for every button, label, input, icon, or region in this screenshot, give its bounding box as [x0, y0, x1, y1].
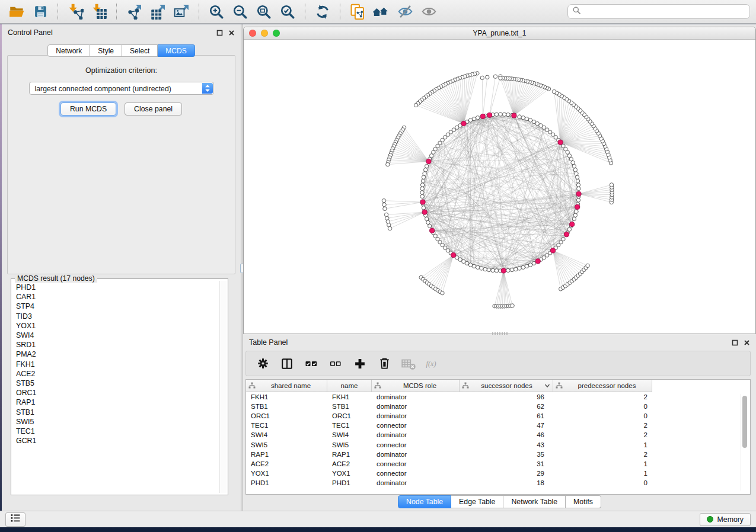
eye-slash-icon[interactable] — [394, 3, 416, 21]
table-row[interactable]: SWI5SWI5connector431 — [246, 440, 750, 449]
criterion-dropdown[interactable]: largest connected component (undirected) — [29, 82, 214, 95]
mcds-result-item[interactable]: GCR1 — [16, 436, 227, 446]
table-row[interactable]: SWI4SWI4dominator462 — [246, 430, 750, 440]
run-mcds-button[interactable]: Run MCDS — [60, 102, 116, 116]
duplicate-network-icon[interactable] — [347, 3, 368, 21]
table-row[interactable]: ORC1ORC1dominator610 — [246, 411, 750, 421]
control-panel-header: Control Panel — [2, 24, 241, 41]
table-cell: 0 — [553, 479, 652, 486]
column-header-shared-name[interactable]: shared name — [246, 380, 327, 392]
table-cell: ACE2 — [246, 460, 327, 467]
table-cell: FKH1 — [327, 393, 372, 400]
table-scrollbar-thumb[interactable] — [742, 396, 747, 448]
mcds-result-item[interactable]: RAP1 — [16, 398, 227, 407]
dropdown-stepper-icon[interactable] — [202, 83, 213, 94]
mcds-result-item[interactable]: PMA2 — [16, 350, 227, 359]
zoom-fit-icon[interactable] — [253, 3, 275, 21]
tab-node-table[interactable]: Node Table — [398, 495, 451, 508]
table-cell: PHD1 — [327, 479, 372, 486]
close-panel-button[interactable]: Close panel — [125, 102, 182, 116]
table-row[interactable]: STB1STB1dominator620 — [246, 402, 750, 411]
memory-status-dot — [707, 516, 713, 523]
network-window-titlebar[interactable]: YPA_prune.txt_1 — [244, 27, 755, 40]
export-network-icon[interactable] — [123, 3, 145, 21]
mcds-list-scrollbar[interactable] — [219, 281, 227, 493]
import-table-icon[interactable] — [88, 3, 110, 21]
table-cell: 0 — [553, 403, 652, 410]
close-table-panel-icon[interactable] — [744, 339, 750, 346]
minimize-window-icon[interactable] — [261, 30, 268, 37]
column-header-MCDS-role[interactable]: MCDS role — [372, 380, 460, 392]
table-row[interactable]: PHD1PHD1dominator180 — [246, 478, 750, 488]
import-network-icon[interactable] — [65, 3, 86, 21]
mcds-result-item[interactable]: SWI5 — [16, 417, 227, 427]
mcds-result-item[interactable]: SWI4 — [16, 331, 227, 340]
gear-icon[interactable] — [255, 356, 270, 371]
mcds-result-item[interactable]: PHD1 — [16, 283, 227, 292]
column-header-name[interactable]: name — [327, 380, 372, 392]
save-session-icon[interactable] — [30, 3, 51, 21]
sort-descending-icon[interactable] — [544, 383, 550, 388]
float-table-panel-icon[interactable] — [732, 339, 738, 346]
column-type-icon — [462, 382, 469, 389]
table-scrollbar[interactable] — [741, 394, 748, 491]
table-cell: 62 — [460, 403, 553, 410]
eye-icon[interactable] — [418, 3, 439, 21]
table-cell: dominator — [372, 479, 460, 486]
mcds-result-item[interactable]: TID3 — [16, 312, 227, 321]
open-file-icon[interactable] — [6, 3, 27, 21]
mcds-result-item[interactable]: STB5 — [16, 379, 227, 388]
tab-network-table[interactable]: Network Table — [503, 495, 566, 508]
zoom-in-icon[interactable] — [206, 3, 227, 21]
search-input[interactable] — [584, 7, 745, 17]
table-row[interactable]: YOX1YOX1connector291 — [246, 469, 750, 478]
refresh-icon[interactable] — [312, 3, 333, 21]
table-cell: SWI5 — [327, 441, 372, 448]
plus-icon[interactable] — [352, 356, 368, 371]
table-row[interactable]: ACE2ACE2connector311 — [246, 459, 750, 469]
mcds-result-item[interactable]: CAR1 — [16, 292, 227, 302]
mcds-result-item[interactable]: TEC1 — [16, 427, 227, 436]
network-graph-canvas[interactable] — [244, 40, 756, 334]
two-houses-icon[interactable] — [371, 3, 392, 21]
close-window-icon[interactable] — [249, 30, 256, 37]
tab-network[interactable]: Network — [47, 44, 90, 57]
mcds-result-item[interactable]: ORC1 — [16, 388, 227, 398]
export-image-icon[interactable] — [171, 3, 192, 21]
table-cell: 46 — [460, 431, 553, 438]
select-all-icon[interactable] — [304, 356, 319, 371]
deselect-all-icon[interactable] — [328, 356, 343, 371]
close-panel-icon[interactable] — [228, 30, 235, 36]
trash-icon[interactable] — [377, 356, 392, 371]
table-row[interactable]: FKH1FKH1dominator962 — [246, 392, 750, 402]
split-columns-icon[interactable] — [279, 356, 295, 371]
tab-edge-table[interactable]: Edge Table — [451, 495, 503, 508]
network-window: YPA_prune.txt_1 — [243, 27, 756, 334]
tab-mcds[interactable]: MCDS — [158, 44, 194, 57]
maximize-window-icon[interactable] — [273, 30, 280, 37]
column-header-predecessor-nodes[interactable]: predecessor nodes — [553, 380, 652, 392]
table-row[interactable]: RAP1RAP1dominator352 — [246, 450, 750, 459]
task-history-button[interactable] — [5, 512, 25, 527]
mcds-result-item[interactable]: STB1 — [16, 408, 227, 417]
mcds-result-item[interactable]: STP4 — [16, 302, 227, 311]
zoom-out-icon[interactable] — [229, 3, 251, 21]
zoom-selected-icon[interactable] — [277, 3, 298, 21]
column-type-icon — [556, 382, 563, 389]
mcds-result-item[interactable]: SRD1 — [16, 340, 227, 350]
column-header-successor-nodes[interactable]: successor nodes — [460, 380, 553, 392]
table-row[interactable]: TEC1TEC1connector472 — [246, 421, 750, 430]
mcds-result-item[interactable]: ACE2 — [16, 369, 227, 379]
memory-button[interactable]: Memory — [700, 513, 751, 526]
export-table-icon[interactable] — [147, 3, 168, 21]
table-toolbar: f(x) — [245, 351, 751, 376]
float-panel-icon[interactable] — [216, 30, 223, 36]
table-panel-grip[interactable] — [492, 332, 508, 335]
tab-style[interactable]: Style — [90, 44, 122, 57]
search-box[interactable] — [567, 4, 750, 19]
mcds-result-item[interactable]: YOX1 — [16, 321, 227, 331]
tab-select[interactable]: Select — [122, 44, 158, 57]
table-cell: connector — [372, 460, 460, 467]
tab-motifs[interactable]: Motifs — [566, 495, 601, 508]
mcds-result-item[interactable]: FKH1 — [16, 360, 227, 369]
